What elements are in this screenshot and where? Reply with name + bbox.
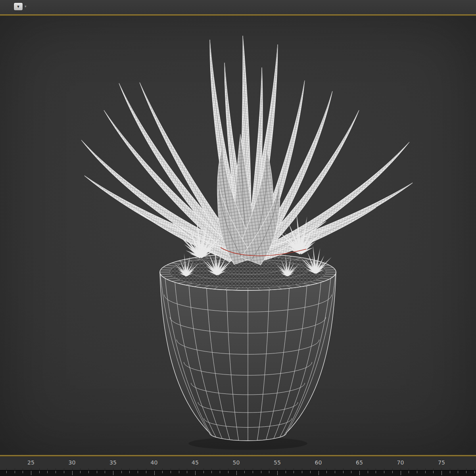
timeline-tick [261, 471, 261, 473]
timeline-tick [203, 471, 204, 473]
soil-mesh [170, 257, 326, 288]
timeline-tick [392, 471, 393, 473]
timeline-tick [236, 471, 237, 475]
wireframe-plant-scene [0, 16, 476, 455]
timeline-label: 55 [274, 459, 281, 466]
timeline-label: 40 [151, 459, 158, 466]
timeline-tick [187, 471, 187, 473]
timeline-tick [105, 471, 105, 473]
timeline-label: 35 [109, 459, 117, 466]
timeline-tick [376, 471, 376, 473]
timeline-label: 45 [192, 459, 199, 466]
timeline-tick [121, 471, 122, 473]
timeline-ruler[interactable]: 2530354045505560657075 [0, 457, 476, 476]
timeline-tick [458, 471, 458, 473]
timeline-tick [326, 471, 327, 473]
timeline-tick [138, 471, 138, 473]
timeline-tick [97, 471, 97, 473]
timeline-tick-strip[interactable] [0, 470, 476, 476]
dropdown-caret-icon[interactable]: ▾ [25, 5, 27, 8]
timeline-tick [433, 471, 434, 473]
timeline-tick [39, 471, 40, 473]
viewport-menu-button[interactable]: ▾ ▾ [13, 2, 27, 11]
timeline-tick [31, 471, 31, 475]
timeline-tick [244, 471, 245, 473]
timeline-tick [253, 471, 253, 473]
timeline-tick [171, 471, 171, 473]
timeline-tick [368, 471, 368, 473]
timeline-tick [351, 471, 351, 473]
timeline-label: 70 [397, 459, 404, 466]
timeline-tick [64, 471, 64, 473]
timeline-label: 65 [356, 459, 363, 466]
timeline-label: 50 [233, 459, 240, 466]
timeline-tick [23, 471, 23, 473]
timeline-tick [228, 471, 228, 473]
timeline-tick [15, 471, 15, 473]
timeline-tick [179, 471, 179, 473]
timeline-tick [286, 471, 286, 473]
timeline-tick [310, 471, 311, 473]
timeline-tick [277, 471, 278, 475]
timeline-tick [474, 471, 475, 473]
viewport-menu-icon[interactable]: ▾ [13, 2, 23, 11]
timeline-tick [211, 471, 212, 473]
timeline-label: 30 [69, 459, 76, 466]
timeline-tick [302, 471, 302, 473]
timeline-tick [129, 471, 130, 473]
timeline-tick [72, 471, 73, 475]
timeline-tick [359, 471, 360, 475]
timeline-tick [466, 471, 466, 473]
timeline-tick [269, 471, 269, 473]
timeline-tick [384, 471, 384, 473]
timeline-tick [154, 471, 155, 475]
leaves-wireframe [81, 36, 413, 265]
timeline-label: 25 [27, 459, 35, 466]
timeline-tick [319, 471, 319, 475]
timeline-tick [343, 471, 344, 473]
timeline-tick [56, 471, 56, 473]
timeline-tick [409, 471, 409, 473]
timeline-tick [146, 471, 146, 473]
viewport-3d[interactable] [0, 16, 476, 455]
timeline-tick [401, 471, 401, 475]
timeline-label: 75 [438, 459, 445, 466]
pot-wireframe [160, 272, 336, 441]
timeline-tick [113, 471, 113, 475]
timeline-tick [425, 471, 426, 473]
timeline-tick [162, 471, 163, 473]
timeline-label: 60 [315, 459, 322, 466]
top-toolbar: ▾ ▾ [0, 0, 476, 14]
timeline-tick [335, 471, 335, 473]
timeline-tick [80, 471, 81, 473]
timeline-tick [417, 471, 417, 473]
timeline-tick [195, 471, 196, 475]
timeline-tick [220, 471, 220, 473]
timeline-tick [441, 471, 442, 475]
timeline-tick [294, 471, 294, 473]
timeline-tick [47, 471, 48, 473]
timeline-tick [450, 471, 450, 473]
timeline-tick [6, 471, 7, 473]
timeline-tick [88, 471, 89, 473]
